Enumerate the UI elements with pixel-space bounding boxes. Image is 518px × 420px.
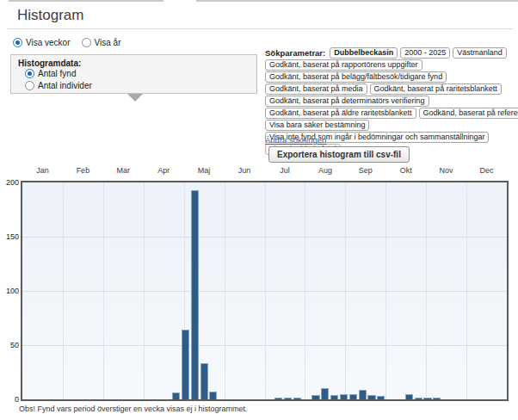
bar-week-34 <box>330 395 338 399</box>
filter-tag[interactable]: Godkänt, baserat på rapportörens uppgift… <box>265 59 422 71</box>
top-border-segment <box>196 0 518 2</box>
month-label: Apr <box>146 166 181 175</box>
bar-week-17 <box>172 392 180 399</box>
histogram-chart: JanFebMarAprMajJunJulAugSepOktNovDec 050… <box>0 164 518 405</box>
month-label: Maj <box>187 166 221 175</box>
callout-arrow-down-icon <box>127 94 143 102</box>
y-tick-label: 200 <box>0 178 19 187</box>
bar-week-36 <box>349 394 357 399</box>
radio-antal-individer[interactable]: Antal individer <box>25 81 92 90</box>
month-label: Sep <box>348 166 383 175</box>
bar-week-20 <box>200 363 208 399</box>
radio-label: Antal individer <box>38 81 92 90</box>
top-border-segment <box>9 0 163 2</box>
view-mode-radiogroup: Visa veckor Visa år <box>13 38 120 47</box>
search-param-row: Godkänt, baserat på mediaGodkänt, basera… <box>265 83 516 95</box>
filter-tag[interactable]: Godkänt, baserat på äldre raritetsblanke… <box>265 108 416 119</box>
search-param-row: Godkänt, baserat på äldre raritetsblanke… <box>265 108 516 119</box>
filter-tag[interactable]: Godkänt, baserat på media <box>265 83 367 95</box>
radio-label: Antal fynd <box>38 69 76 78</box>
histogram-page: Histogram Visa veckor Visa år Histogramd… <box>0 0 518 420</box>
month-label: Jan <box>26 166 60 175</box>
bar-week-43 <box>415 398 422 400</box>
bar-week-37 <box>359 390 367 399</box>
search-param-row: Visa bara säker bestämning <box>265 120 516 131</box>
bar-week-44 <box>423 398 431 400</box>
month-label: Dec <box>470 166 504 175</box>
filter-tag[interactable]: Godkänt, baserat på raritetsblankett <box>370 83 502 95</box>
search-param-row: Godkänt, baserat på rapportörens uppgift… <box>265 59 516 71</box>
bar-week-30 <box>293 398 301 400</box>
y-gridline <box>22 345 507 346</box>
filter-tag[interactable]: Västmanland <box>453 47 507 59</box>
y-tick-label: 100 <box>0 287 19 295</box>
radio-unselected-icon <box>25 81 34 90</box>
month-label: Nov <box>429 166 464 175</box>
filter-tag[interactable]: Godkänt, baserat på determinatörs verifi… <box>265 96 429 107</box>
month-label: Jul <box>268 166 302 175</box>
y-tick-label: 50 <box>0 341 19 349</box>
filter-tag[interactable]: 2000 - 2025 <box>400 47 450 59</box>
month-label: Okt <box>389 166 423 175</box>
radio-unselected-icon <box>82 38 91 47</box>
filter-tag[interactable]: Visa bara säker bestämning <box>265 120 369 131</box>
bar-week-19 <box>191 190 199 399</box>
bar-week-32 <box>311 395 319 399</box>
bar-week-28 <box>274 398 282 400</box>
month-label: Aug <box>308 166 342 175</box>
bar-week-45 <box>433 398 441 400</box>
y-gridline <box>22 291 507 292</box>
bar-week-29 <box>284 398 292 400</box>
bar-week-35 <box>340 394 348 399</box>
page-title: Histogram <box>17 7 83 24</box>
radio-label: Visa veckor <box>26 38 71 47</box>
radio-selected-icon <box>13 38 22 47</box>
histogramdata-label: Histogramdata: <box>18 59 81 68</box>
search-param-row: Godkänt, baserat på determinatörs verifi… <box>265 96 516 107</box>
radio-visa-ar[interactable]: Visa år <box>82 38 121 47</box>
bar-week-18 <box>182 330 189 399</box>
filter-tag[interactable]: Dubbelbeckasin <box>330 47 398 59</box>
search-param-row: Godkänt, baserat på belägg/fältbesök/tid… <box>265 71 516 83</box>
filter-tag[interactable]: Godkänd, baserat på referens <box>419 108 518 119</box>
bar-week-33 <box>321 388 329 399</box>
filter-tag[interactable]: Godkänt, baserat på belägg/fältbesök/tid… <box>265 71 447 83</box>
bar-week-42 <box>405 394 413 399</box>
bar-week-39 <box>377 396 385 399</box>
y-tick-label: 150 <box>0 232 19 241</box>
month-label: Mar <box>106 166 140 175</box>
y-tick-label: 0 <box>0 395 19 404</box>
change-search-link[interactable]: Ändra sökningen <box>265 135 326 145</box>
radio-selected-icon <box>25 69 34 78</box>
radio-label: Visa år <box>95 38 121 47</box>
month-label: Jun <box>227 166 262 175</box>
chart-plot <box>22 182 507 399</box>
radio-antal-fynd[interactable]: Antal fynd <box>25 69 76 78</box>
y-gridline <box>22 237 507 238</box>
radio-visa-veckor[interactable]: Visa veckor <box>13 38 71 47</box>
bar-week-38 <box>367 395 375 399</box>
export-csv-button[interactable]: Exportera histogram till csv-fil <box>268 146 410 163</box>
bar-week-21 <box>209 392 217 399</box>
search-param-row: Sökparametrar:Dubbelbeckasin2000 - 2025V… <box>265 47 516 59</box>
histogramdata-box: Histogramdata: Antal fynd Antal individe… <box>10 54 257 94</box>
chart-footnote: Obs! Fynd vars period överstiger en veck… <box>19 405 248 413</box>
search-params-label: Sökparametrar: <box>265 48 325 58</box>
month-label: Feb <box>65 166 100 175</box>
title-divider <box>7 28 513 29</box>
